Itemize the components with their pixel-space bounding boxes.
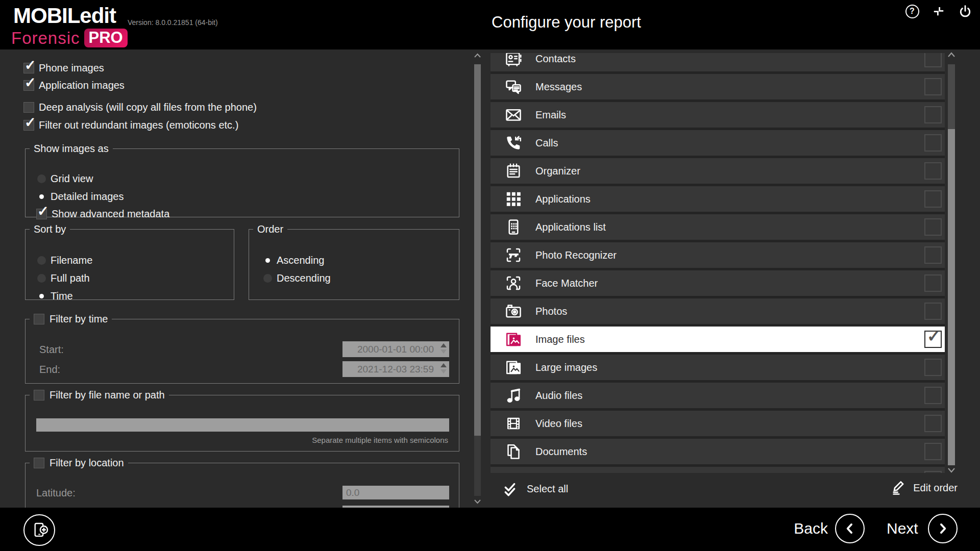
next-button[interactable]: [928, 514, 958, 543]
filter-by-location-group: ✓ Filter by location Latitude: 0.0 Longi…: [25, 457, 459, 508]
list-item-checkbox[interactable]: ✓: [924, 106, 942, 123]
filter-by-name-legend[interactable]: ✓ Filter by file name or path: [30, 389, 169, 401]
documents-icon: [504, 442, 523, 461]
list-item-checkbox[interactable]: ✓: [924, 78, 942, 95]
spinner-arrows[interactable]: [440, 343, 447, 354]
contacts-icon: [504, 53, 523, 68]
checkbox-phone-images[interactable]: ✓ Phone images: [23, 61, 104, 75]
radio-ascending[interactable]: Ascending: [263, 253, 324, 267]
list-item-organizer[interactable]: Organizer✓: [491, 158, 945, 184]
restore-window-icon[interactable]: [931, 4, 946, 19]
scrollbar-track[interactable]: [474, 64, 481, 496]
spinner-arrows[interactable]: [440, 363, 447, 373]
scroll-up-icon[interactable]: [474, 53, 481, 58]
scrollbar-thumb[interactable]: [474, 64, 481, 436]
list-item-applications[interactable]: Applications✓: [491, 186, 945, 212]
large-images-icon: [504, 358, 523, 377]
list-item-partial[interactable]: ✓: [491, 467, 945, 473]
list-item-checkbox[interactable]: ✓: [924, 162, 942, 180]
checkbox-advanced-metadata[interactable]: ✓ Show advanced metadata: [36, 207, 169, 221]
left-panel-scrollbar[interactable]: [474, 52, 481, 506]
list-item-image-files[interactable]: Image files✓: [491, 327, 945, 352]
show-images-as-group: Show images as Grid view Detailed images…: [25, 143, 459, 217]
radio-circle: [37, 274, 46, 283]
list-item-photos[interactable]: Photos✓: [491, 298, 945, 324]
checkbox-deep-analysis[interactable]: ✓ Deep analysis (will copy all files fro…: [23, 100, 257, 114]
scroll-down-icon[interactable]: [947, 467, 955, 473]
next-button-label[interactable]: Next: [887, 520, 918, 537]
list-item-emails[interactable]: Emails✓: [491, 102, 945, 128]
end-time-input[interactable]: 2021-12-03 23:59: [342, 361, 449, 377]
group-legend: Order: [253, 223, 287, 235]
list-item-checkbox[interactable]: ✓: [924, 218, 942, 236]
edit-order-icon: [890, 480, 906, 496]
filter-by-location-legend[interactable]: ✓ Filter by location: [30, 457, 128, 469]
group-legend: Show images as: [30, 143, 113, 155]
list-item-messages[interactable]: Messages✓: [491, 74, 945, 99]
radio-filename[interactable]: Filename: [37, 253, 92, 267]
start-time-input[interactable]: 2000-01-01 00:00: [342, 341, 449, 357]
double-check-icon: [503, 480, 519, 498]
filter-by-time-legend[interactable]: ✓ Filter by time: [30, 313, 112, 325]
radio-full-path[interactable]: Full path: [37, 271, 90, 285]
checkbox-box: ✓: [34, 458, 44, 468]
help-icon[interactable]: ?: [904, 4, 920, 19]
checkbox-application-images[interactable]: ✓ Application images: [23, 78, 125, 92]
list-item-label: Photo Recognizer: [535, 249, 617, 261]
checkbox-filter-redundant[interactable]: ✓ Filter out redundant images (emoticons…: [23, 118, 238, 132]
back-button[interactable]: [835, 514, 865, 543]
photo-recognizer-icon: [504, 246, 523, 264]
add-phone-button[interactable]: [23, 514, 55, 546]
list-item-applications-list[interactable]: Applications list✓: [491, 214, 945, 240]
list-item-label: Applications: [535, 193, 591, 205]
list-item-checkbox[interactable]: ✓: [924, 53, 942, 67]
scroll-up-icon[interactable]: [947, 52, 955, 58]
radio-time[interactable]: Time: [37, 289, 73, 303]
report-list-scrollbar[interactable]: [947, 51, 955, 477]
list-item-documents[interactable]: Documents✓: [491, 439, 945, 464]
list-item-checkbox[interactable]: ✓: [924, 443, 942, 460]
scrollbar-thumb[interactable]: [948, 129, 955, 465]
list-item-checkbox[interactable]: ✓: [924, 471, 942, 473]
back-button-label[interactable]: Back: [786, 520, 828, 537]
group-legend: Sort by: [30, 223, 70, 235]
radio-detailed-images[interactable]: Detailed images: [37, 189, 124, 204]
radio-descending[interactable]: Descending: [263, 271, 331, 285]
phone-plus-icon: [30, 520, 49, 540]
app-logo: MOBILedit Forensic PRO: [13, 5, 128, 47]
list-item-large-images[interactable]: Large images✓: [491, 355, 945, 380]
list-item-calls[interactable]: Calls✓: [491, 130, 945, 156]
list-item-checkbox[interactable]: ✓: [924, 387, 942, 404]
applications-list-icon: [504, 218, 523, 236]
list-item-photo-recognizer[interactable]: Photo Recognizer✓: [491, 242, 945, 268]
end-time-row: End:: [39, 362, 60, 377]
order-group: Order Ascending Descending: [249, 223, 459, 300]
list-item-face-matcher[interactable]: Face Matcher✓: [491, 270, 945, 296]
list-item-checkbox[interactable]: ✓: [924, 415, 942, 432]
list-item-audio-files[interactable]: Audio files✓: [491, 383, 945, 408]
list-item-label: Documents: [535, 446, 587, 458]
list-item-checkbox[interactable]: ✓: [924, 134, 942, 152]
edit-order-button[interactable]: Edit order: [890, 480, 958, 496]
radio-grid-view[interactable]: Grid view: [37, 171, 93, 186]
list-item-checkbox[interactable]: ✓: [924, 331, 942, 348]
start-time-row: Start:: [39, 342, 64, 357]
list-item-checkbox[interactable]: ✓: [924, 359, 942, 376]
list-item-checkbox[interactable]: ✓: [924, 303, 942, 320]
sort-by-group: Sort by Filename Full path Time: [25, 223, 234, 300]
list-item-checkbox[interactable]: ✓: [924, 274, 942, 292]
page-title: Configure your report: [492, 13, 641, 32]
select-all-button[interactable]: Select all: [503, 480, 568, 498]
power-icon[interactable]: [958, 4, 973, 19]
latitude-input[interactable]: 0.0: [342, 486, 449, 499]
list-item-checkbox[interactable]: ✓: [924, 190, 942, 208]
scroll-down-icon[interactable]: [474, 499, 481, 504]
report-options-panel: ✓ Phone images ✓ Application images ✓ De…: [0, 49, 485, 508]
list-item-checkbox[interactable]: ✓: [924, 246, 942, 264]
organizer-icon: [504, 162, 523, 180]
list-item-contacts[interactable]: Contacts✓: [491, 53, 945, 71]
scrollbar-track[interactable]: [948, 64, 955, 465]
filename-filter-input[interactable]: [36, 418, 449, 432]
list-item-label: Image files: [535, 334, 585, 345]
list-item-video-files[interactable]: Video files✓: [491, 411, 945, 436]
